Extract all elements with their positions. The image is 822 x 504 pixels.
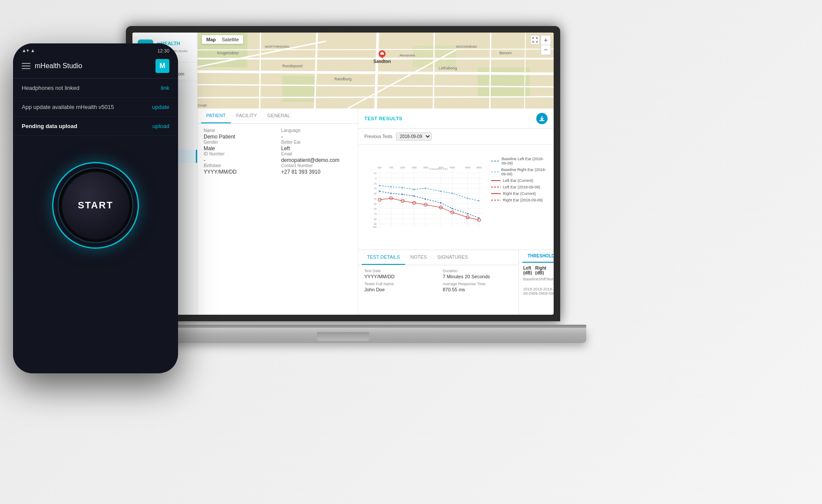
svg-text:6000: 6000 bbox=[465, 166, 470, 169]
patient-id-label: ID Number bbox=[204, 152, 274, 156]
patient-gender-col: Gender Male bbox=[204, 140, 274, 152]
start-button[interactable]: START bbox=[62, 172, 129, 239]
previous-tests-select[interactable]: 2018-09-09 bbox=[396, 132, 432, 141]
patient-language-value: - bbox=[281, 134, 352, 140]
tab-patient[interactable]: PATIENT bbox=[201, 109, 231, 123]
tab-thresholds[interactable]: THRESHOLDS bbox=[522, 250, 554, 263]
phone-header: mHealth Studio M bbox=[13, 56, 178, 79]
date-baseline-left: 2018-09-09 bbox=[523, 287, 533, 296]
audiogram-area: 500 750 1000 1500 2000 3000 4000 6000 80 bbox=[358, 145, 554, 250]
patient-contact-value: +27 81 393 3910 bbox=[281, 169, 352, 175]
notification-app-update-text: App update available mHealth v5015 bbox=[22, 104, 114, 110]
audiogram-chart: 500 750 1000 1500 2000 3000 4000 6000 80 bbox=[364, 148, 487, 246]
chart-legend: Baseline Left Ear (2018-09-09) Baseline … bbox=[491, 148, 548, 246]
legend-line-left-2018 bbox=[491, 187, 501, 188]
notification-headphones-link[interactable]: link bbox=[161, 85, 169, 91]
col-test-left: Test bbox=[546, 277, 554, 286]
tab-facility[interactable]: FACILITY bbox=[231, 109, 262, 123]
patient-contact-label: Contact Number bbox=[281, 163, 352, 168]
patient-info-row-3: ID Number - Email demopatient@demo.com bbox=[204, 152, 352, 163]
legend-line-baseline-left bbox=[491, 161, 499, 161]
patient-name-label: Name bbox=[204, 128, 274, 133]
legend-label-right-2018: Right Ear (2018-09-09) bbox=[503, 198, 543, 202]
svg-text:×: × bbox=[379, 190, 380, 193]
notification-headphones: Headphones not linked link bbox=[13, 79, 178, 98]
svg-text:×: × bbox=[451, 192, 453, 195]
patient-gender-label: Gender bbox=[204, 140, 274, 145]
svg-text:10: 10 bbox=[374, 182, 376, 185]
patient-better-ear-label: Better Ear bbox=[281, 140, 352, 145]
map-fullscreen-button[interactable] bbox=[530, 35, 540, 45]
legend-line-left-current bbox=[491, 180, 501, 181]
svg-text:WOODMEAD: WOODMEAD bbox=[456, 45, 477, 49]
phone-time: 12:30 bbox=[157, 48, 169, 53]
svg-text:×: × bbox=[451, 207, 453, 210]
map-zoom-in[interactable]: + bbox=[541, 36, 551, 45]
svg-text:Alexandra: Alexandra bbox=[399, 53, 416, 57]
svg-text:×: × bbox=[478, 199, 480, 202]
phone-status-bar: ▲▾ ▲ 12:30 bbox=[13, 43, 178, 56]
svg-text:×: × bbox=[424, 187, 426, 190]
svg-text:×: × bbox=[466, 212, 468, 215]
patient-name-value: Demo Patient bbox=[204, 134, 274, 140]
notification-app-update: App update available mHealth v5015 updat… bbox=[13, 98, 178, 117]
notification-data-upload-link[interactable]: upload bbox=[152, 123, 169, 129]
notification-app-update-link[interactable]: update bbox=[152, 104, 169, 110]
date-test-right: 2018-09-09 bbox=[553, 287, 554, 296]
svg-text:20: 20 bbox=[374, 187, 376, 190]
patient-birthdate-col: Birthdate YYYY/MM/DD bbox=[204, 163, 274, 175]
test-detail-col-left: Test Date YYYY/MM/DD Tester Full Name Jo… bbox=[364, 269, 434, 295]
map-tab-satellite[interactable]: Satellite bbox=[220, 36, 241, 43]
map-zoom-out[interactable]: − bbox=[541, 45, 551, 55]
tester-label: Tester Full Name bbox=[364, 282, 434, 286]
tab-test-details[interactable]: TEST DETAILS bbox=[362, 250, 405, 265]
svg-text:×: × bbox=[413, 194, 415, 198]
svg-text:×: × bbox=[478, 217, 480, 220]
map-tab-map[interactable]: Map bbox=[205, 36, 218, 43]
bottom-section: TEST DETAILS NOTES SIGNATURES Test Date … bbox=[358, 250, 554, 315]
test-details-grid: Test Date YYYY/MM/DD Tester Full Name Jo… bbox=[358, 265, 518, 298]
svg-text:750: 750 bbox=[389, 166, 393, 169]
notification-data-upload-text: Pending data upload bbox=[22, 123, 77, 129]
patient-info-row-4: Birthdate YYYY/MM/DD Contact Number +27 … bbox=[204, 163, 352, 175]
svg-text:×: × bbox=[440, 201, 442, 204]
legend-label-left-2018: Left Ear (2018-09-09) bbox=[503, 185, 540, 189]
laptop-notch bbox=[317, 332, 369, 341]
hamburger-icon[interactable] bbox=[22, 63, 30, 69]
test-date-value: YYYY/MM/DD bbox=[364, 274, 434, 279]
app-main: Map Satellite bbox=[198, 33, 554, 315]
patient-info-row-2: Gender Male Better Ear Left bbox=[204, 140, 352, 152]
patient-email-label: Email bbox=[281, 152, 352, 156]
download-button[interactable] bbox=[536, 113, 548, 124]
tester-value: John Doe bbox=[364, 287, 434, 292]
svg-text:-10: -10 bbox=[373, 172, 377, 175]
svg-text:4000: 4000 bbox=[450, 166, 455, 169]
phone: ▲▾ ▲ 12:30 mHealth Studio M Headphones n… bbox=[13, 43, 178, 373]
patient-contact-col: Contact Number +27 81 393 3910 bbox=[281, 163, 352, 175]
map-area: Map Satellite bbox=[198, 33, 554, 109]
svg-text:500: 500 bbox=[378, 166, 382, 169]
scene: ▲▾ ▲ 12:30 mHealth Studio M Headphones n… bbox=[0, 0, 822, 504]
thresholds-header-row: Left (dB) Right (dB) bbox=[523, 266, 549, 275]
previous-tests-row: Previous Tests 2018-09-09 bbox=[358, 129, 554, 145]
patient-section: PATIENT FACILITY GENERAL Name Demo Patie… bbox=[198, 109, 554, 315]
patient-birthdate-value: YYYY/MM/DD bbox=[204, 169, 274, 175]
tab-general[interactable]: GENERAL bbox=[262, 109, 296, 123]
patient-gender-value: Male bbox=[204, 145, 274, 152]
patient-id-col: ID Number - bbox=[204, 152, 274, 163]
patient-better-ear-col: Better Ear Left bbox=[281, 140, 352, 152]
avg-response-value: 870.55 ms bbox=[443, 287, 513, 292]
svg-text:30: 30 bbox=[374, 192, 376, 195]
test-details-section: TEST DETAILS NOTES SIGNATURES Test Date … bbox=[358, 250, 519, 315]
tab-notes[interactable]: NOTES bbox=[405, 250, 432, 265]
previous-tests-label: Previous Tests bbox=[364, 134, 393, 139]
map-tabs: Map Satellite bbox=[202, 35, 243, 44]
test-date-label: Test Date bbox=[364, 269, 434, 273]
patient-email-col: Email demopatient@demo.com bbox=[281, 152, 352, 163]
detail-tab-bar: TEST DETAILS NOTES SIGNATURES bbox=[358, 250, 518, 265]
svg-text:2000: 2000 bbox=[423, 166, 428, 169]
tab-signatures[interactable]: SIGNATURES bbox=[432, 250, 473, 265]
col-shift-left: Shift bbox=[538, 277, 546, 286]
svg-rect-4 bbox=[282, 76, 317, 102]
svg-text:80: 80 bbox=[374, 218, 376, 221]
